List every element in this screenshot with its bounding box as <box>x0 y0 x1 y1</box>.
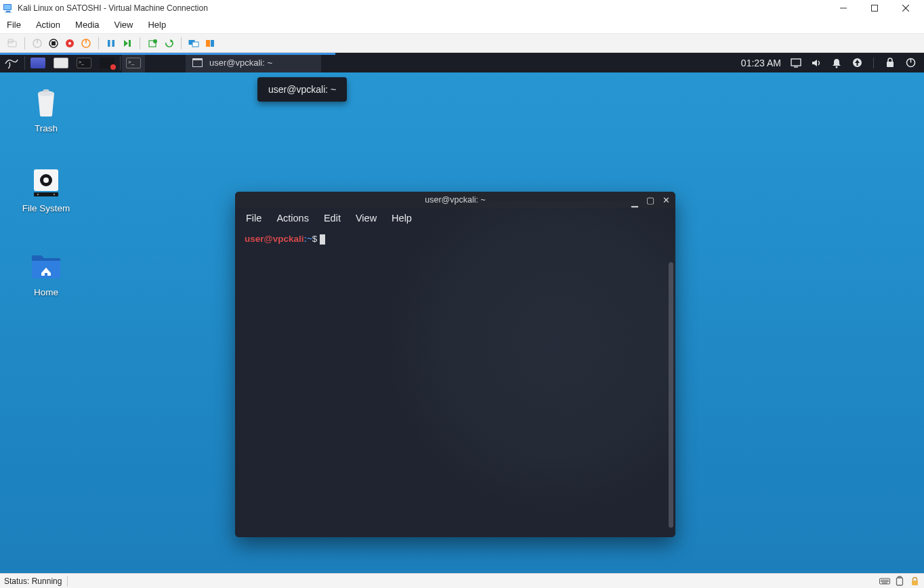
status-text: Status: Running <box>4 576 62 586</box>
taskbar-tooltip: user@vpckali: ~ <box>257 77 347 102</box>
menu-action[interactable]: Action <box>36 20 60 30</box>
volume-icon[interactable] <box>811 58 822 68</box>
vm-focus-indicator <box>0 53 335 55</box>
svg-point-44 <box>37 194 39 195</box>
terminal-body[interactable]: user@vpckali:~$ <box>235 228 675 537</box>
save-button[interactable] <box>79 37 93 50</box>
window-close-button[interactable] <box>890 0 921 16</box>
prompt-path: ~ <box>307 234 312 244</box>
hyperv-statusbar: Status: Running <box>0 573 924 588</box>
svg-rect-2 <box>6 11 10 12</box>
svg-rect-21 <box>129 40 131 47</box>
svg-rect-50 <box>882 583 887 583</box>
menu-view[interactable]: View <box>114 20 133 30</box>
svg-marker-31 <box>812 60 817 66</box>
updates-icon[interactable] <box>852 58 862 68</box>
terminal-scrollbar[interactable] <box>669 262 673 528</box>
prompt-user: user@vpckali <box>245 234 303 244</box>
checkpoint-button[interactable] <box>146 37 159 50</box>
svg-point-23 <box>153 39 157 43</box>
lock-status-icon <box>909 576 920 587</box>
hyperv-toolbar <box>0 34 924 53</box>
desktop-icon-filesystem[interactable]: File System <box>12 167 80 213</box>
hyperv-menubar: File Action Media View Help <box>0 16 924 34</box>
desktop-icon-label: Home <box>12 287 80 297</box>
taskbar-item-terminal[interactable]: user@vpckali: ~ <box>186 53 321 72</box>
prompt-symbol: $ <box>312 234 318 244</box>
svg-rect-35 <box>887 62 894 67</box>
notification-icon[interactable] <box>831 58 842 68</box>
terminal-minimize-button[interactable]: ▁ <box>631 198 638 207</box>
svg-rect-49 <box>881 581 889 582</box>
term-menu-help[interactable]: Help <box>392 213 412 224</box>
terminal-maximize-button[interactable]: ▢ <box>646 196 654 205</box>
terminal-cursor <box>320 234 325 245</box>
svg-marker-20 <box>124 40 128 47</box>
menu-file[interactable]: File <box>7 20 21 30</box>
svg-rect-27 <box>206 40 210 47</box>
clipboard-status-icon <box>894 576 905 587</box>
quicklaunch-4[interactable] <box>96 53 119 72</box>
svg-rect-1 <box>4 5 11 9</box>
terminal-window[interactable]: user@vpckali: ~ ▁ ▢ ✕ File Actions Edit … <box>235 192 675 537</box>
panel-clock[interactable]: 01:23 AM <box>741 58 781 68</box>
desktop-icon-home[interactable]: Home <box>12 251 80 297</box>
svg-line-6 <box>902 5 909 12</box>
desktop-icon-trash[interactable]: Trash <box>12 87 80 133</box>
svg-rect-8 <box>8 41 16 47</box>
terminal-title: user@vpckali: ~ <box>425 195 485 205</box>
term-menu-file[interactable]: File <box>246 213 261 224</box>
terminal-close-button[interactable]: ✕ <box>663 196 670 205</box>
tooltip-text: user@vpckali: ~ <box>268 84 336 95</box>
start-button[interactable] <box>30 37 44 50</box>
svg-rect-39 <box>43 89 49 92</box>
keyboard-status-icon <box>879 576 890 587</box>
menu-media[interactable]: Media <box>75 20 99 30</box>
enhanced-session-button[interactable] <box>187 37 201 50</box>
share-button[interactable] <box>203 37 217 50</box>
svg-point-42 <box>43 177 49 183</box>
reset-button[interactable] <box>121 37 134 50</box>
term-menu-edit[interactable]: Edit <box>324 213 341 224</box>
power-icon[interactable] <box>905 58 916 68</box>
window-maximize-button[interactable] <box>859 0 890 16</box>
home-folder-icon <box>30 251 62 282</box>
display-icon[interactable] <box>791 58 801 68</box>
turnoff-button[interactable] <box>47 37 60 50</box>
term-menu-view[interactable]: View <box>356 213 377 224</box>
svg-rect-29 <box>791 59 801 66</box>
svg-rect-19 <box>112 40 115 47</box>
trash-icon <box>30 87 62 118</box>
term-menu-actions[interactable]: Actions <box>276 213 309 224</box>
drive-icon <box>30 167 62 198</box>
svg-rect-5 <box>872 5 878 12</box>
shutdown-button[interactable] <box>63 37 77 50</box>
terminal-icon <box>192 58 203 67</box>
quicklaunch-2[interactable] <box>49 53 72 72</box>
svg-rect-28 <box>211 40 214 47</box>
svg-rect-18 <box>108 40 110 47</box>
window-minimize-button[interactable] <box>828 0 859 16</box>
taskbar-item-label: user@vpckali: ~ <box>209 58 272 68</box>
pause-button[interactable] <box>104 37 118 50</box>
vm-viewport[interactable]: >_ >_ user@vpckali: ~ 01:23 AM user@vpck… <box>0 53 924 573</box>
svg-rect-51 <box>897 578 903 585</box>
menu-help[interactable]: Help <box>148 20 166 30</box>
hyperv-titlebar: Kali Linux on SATOSHI - Virtual Machine … <box>0 0 924 16</box>
ctrl-alt-del-button[interactable] <box>5 37 19 50</box>
hyperv-app-icon <box>3 3 14 14</box>
revert-button[interactable] <box>162 37 175 50</box>
svg-point-32 <box>836 66 838 68</box>
lock-icon[interactable] <box>885 58 896 68</box>
desktop-icon-label: Trash <box>12 123 80 133</box>
kali-menu-button[interactable] <box>0 53 23 72</box>
terminal-titlebar[interactable]: user@vpckali: ~ ▁ ▢ ✕ <box>235 192 675 208</box>
hyperv-title: Kali Linux on SATOSHI - Virtual Machine … <box>18 3 208 13</box>
desktop-icon-label: File System <box>12 203 80 213</box>
svg-point-45 <box>54 194 55 195</box>
quicklaunch-terminal[interactable]: >_ <box>122 53 145 72</box>
kali-panel: >_ >_ user@vpckali: ~ 01:23 AM <box>0 53 924 72</box>
quicklaunch-3[interactable]: >_ <box>72 53 96 72</box>
svg-rect-48 <box>881 580 889 581</box>
quicklaunch-1[interactable] <box>26 53 49 72</box>
